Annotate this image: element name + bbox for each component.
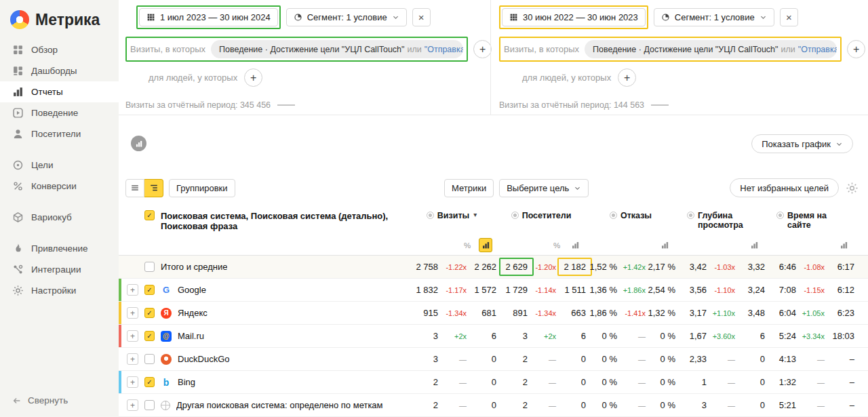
row-checkbox[interactable]: ✓ bbox=[144, 377, 155, 387]
select-all-checkbox[interactable]: ✓ bbox=[144, 210, 155, 220]
metric-radio-icon[interactable] bbox=[427, 212, 434, 219]
column-header-0[interactable]: Визиты▾ bbox=[407, 210, 496, 220]
sidebar-item-3[interactable]: Поведение bbox=[0, 102, 119, 123]
metric-value-cell: 1,86 % bbox=[586, 308, 617, 318]
metrics-button[interactable]: Метрики bbox=[444, 179, 494, 197]
bars-toggle-button[interactable] bbox=[568, 238, 582, 252]
row-label: Google bbox=[178, 285, 206, 295]
sidebar-item-0[interactable]: Обзор bbox=[0, 39, 119, 60]
metrica-logo[interactable]: Метрика bbox=[0, 0, 119, 39]
table-row-4: +✓DuckDuckGo3—02—00 %—0 %2,33—04:13—– bbox=[119, 348, 868, 371]
bars-toggle-button[interactable] bbox=[747, 238, 761, 252]
metric-value-cell: 1 511 bbox=[556, 285, 586, 295]
play-icon bbox=[12, 107, 24, 119]
segment-panel-b: 30 июн 2022 — 30 июн 2023 Сегмент: 1 усл… bbox=[490, 0, 868, 115]
settings-gear-icon[interactable] bbox=[846, 182, 859, 195]
add-visit-condition-a-button[interactable]: + bbox=[473, 40, 492, 58]
sidebar-item-2[interactable]: Отчеты bbox=[0, 81, 119, 102]
show-graph-button[interactable]: Показать график bbox=[751, 134, 853, 153]
sidebar-item-5[interactable]: Цели bbox=[0, 155, 119, 176]
sidebar-item-9[interactable]: Интеграции bbox=[0, 259, 119, 280]
expand-button[interactable]: + bbox=[127, 330, 138, 342]
add-people-condition-a-button[interactable]: + bbox=[244, 68, 262, 87]
row-checkbox[interactable]: ✓ bbox=[144, 331, 155, 341]
percent-toggle-button[interactable]: % bbox=[460, 238, 474, 252]
row-checkbox[interactable]: ✓ bbox=[144, 285, 155, 295]
remove-segment-b-button[interactable]: × bbox=[780, 8, 798, 26]
metric-value-cell: 3,17 bbox=[675, 308, 707, 318]
annotation-box-filter-b: Визиты, в которых Поведение · Достижение… bbox=[499, 37, 842, 62]
column-header-3[interactable]: Глубина просмотра bbox=[675, 210, 765, 231]
sidebar-item-10[interactable]: Настройки bbox=[0, 280, 119, 301]
delta-cell: -1.14x bbox=[528, 286, 556, 294]
person-icon bbox=[12, 128, 24, 140]
delta-cell: — bbox=[617, 355, 646, 363]
delta-cell: — bbox=[528, 378, 556, 386]
segment-button-a[interactable]: Сегмент: 1 условие bbox=[286, 8, 407, 26]
metrica-logo-icon bbox=[10, 10, 29, 29]
collapse-sidebar-button[interactable]: Свернуть bbox=[0, 384, 119, 417]
delta-cell: -1.03x bbox=[707, 263, 735, 271]
view-list-button[interactable] bbox=[125, 179, 144, 197]
row-checkbox[interactable]: ✓ bbox=[144, 354, 155, 364]
percent-toggle-button[interactable]: % bbox=[550, 238, 564, 252]
metric-value-cell: 1 572 bbox=[467, 285, 496, 295]
expand-button[interactable]: + bbox=[127, 284, 138, 296]
bars-toggle-button[interactable] bbox=[658, 238, 671, 252]
metric-value-cell: 0 bbox=[735, 400, 765, 410]
delta-cell: — bbox=[617, 332, 646, 340]
delta-cell: -1.15x bbox=[796, 286, 825, 294]
delta-cell: -1.10x bbox=[707, 286, 735, 294]
bars-toggle-button[interactable] bbox=[837, 238, 850, 252]
sidebar-item-6[interactable]: Конверсии bbox=[0, 176, 119, 197]
view-tree-button[interactable] bbox=[144, 179, 163, 197]
expand-button[interactable]: + bbox=[127, 399, 138, 411]
column-label: Посетители bbox=[522, 211, 572, 220]
add-visit-condition-b-button[interactable]: + bbox=[847, 40, 865, 58]
chip-condition-more-text: "Отправка ф... bbox=[425, 45, 463, 54]
segment-button-b[interactable]: Сегмент: 1 условие bbox=[654, 8, 774, 26]
groupings-button[interactable]: Группировки bbox=[169, 179, 235, 197]
expand-button[interactable]: + bbox=[127, 307, 138, 319]
delta-cell: — bbox=[528, 401, 556, 410]
metric-radio-icon[interactable] bbox=[687, 212, 694, 219]
plug-icon bbox=[12, 264, 24, 275]
metric-value-cell: 1,32 % bbox=[646, 308, 675, 318]
date-range-button-b[interactable]: 30 июн 2022 — 30 июн 2023 bbox=[502, 8, 646, 26]
choose-goal-button[interactable]: Выберите цель bbox=[499, 179, 589, 197]
add-people-condition-b-button[interactable]: + bbox=[618, 68, 636, 87]
sidebar-item-7[interactable]: Вариокуб bbox=[0, 207, 119, 228]
metric-radio-icon[interactable] bbox=[610, 212, 617, 219]
remove-segment-a-button[interactable]: × bbox=[412, 8, 431, 26]
chart-area-collapsed: Показать график bbox=[119, 115, 868, 172]
date-range-button-a[interactable]: 1 июл 2023 — 30 июн 2024 bbox=[139, 8, 278, 26]
metric-value-cell: 0 % bbox=[646, 377, 675, 387]
expand-button[interactable]: + bbox=[127, 353, 138, 365]
metric-value-cell: 3 bbox=[407, 354, 438, 364]
list-icon bbox=[130, 183, 140, 193]
sidebar-item-8[interactable]: Привлечение bbox=[0, 238, 119, 259]
column-header-2[interactable]: Отказы bbox=[586, 210, 675, 220]
row-checkbox[interactable]: ✓ bbox=[144, 308, 155, 318]
metric-radio-icon[interactable] bbox=[776, 212, 784, 219]
column-header-1[interactable]: Посетители bbox=[496, 210, 586, 220]
row-checkbox[interactable]: ✓ bbox=[144, 262, 155, 272]
sidebar-item-1[interactable]: Дашборды bbox=[0, 60, 119, 81]
row-checkbox[interactable]: ✓ bbox=[144, 400, 155, 410]
sidebar-item-4[interactable]: Посетители bbox=[0, 123, 119, 144]
row-name-cell: +✓Другая поисковая система: определено п… bbox=[119, 394, 407, 416]
choose-goal-label: Выберите цель bbox=[507, 183, 569, 193]
bars-toggle-button[interactable] bbox=[479, 238, 492, 252]
delta-cell: +3.34x bbox=[796, 332, 825, 340]
metric-radio-icon[interactable] bbox=[511, 212, 519, 219]
favorite-goals-button[interactable]: Нет избранных целей bbox=[730, 178, 839, 197]
filter-chip-b[interactable]: Поведение · Достижение цели "УЦЛ CallTou… bbox=[585, 40, 837, 58]
row-label: DuckDuckGo bbox=[178, 354, 230, 364]
row-color-strip bbox=[119, 302, 121, 324]
comparison-segments: 1 июл 2023 — 30 июн 2024 Сегмент: 1 усло… bbox=[119, 0, 868, 115]
filter-chip-a[interactable]: Поведение · Достижение цели "УЦЛ CallTou… bbox=[211, 40, 463, 58]
column-header-4[interactable]: Время на сайте bbox=[765, 210, 854, 231]
metric-value-cell: 0 % bbox=[586, 400, 617, 410]
expand-button[interactable]: + bbox=[127, 376, 138, 388]
chart-collapsed-handle[interactable] bbox=[131, 136, 146, 151]
